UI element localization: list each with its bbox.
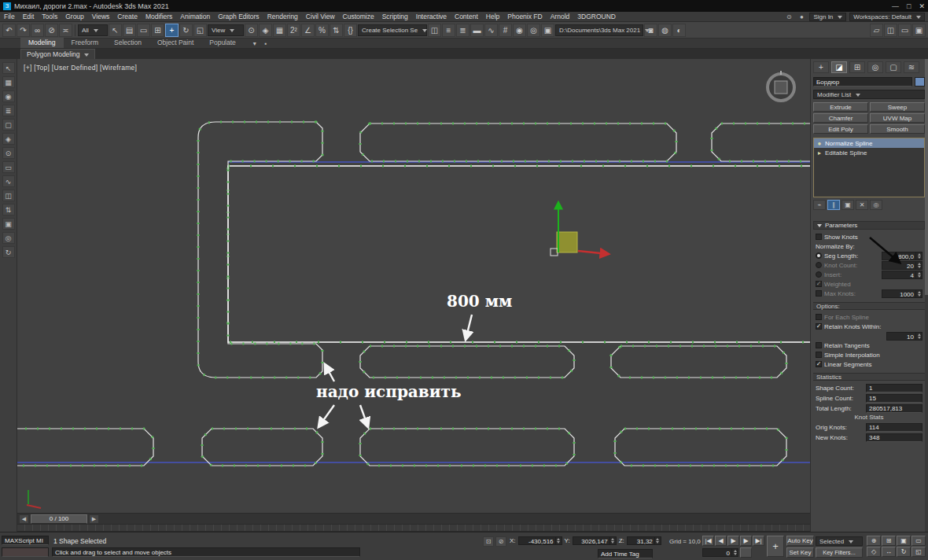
ribbon-toggle-icon[interactable]: ▬ [470, 24, 484, 37]
docked-tool-icon-13[interactable]: ◎ [2, 232, 15, 244]
named-selection-set-dropdown[interactable]: Create Selection Se [358, 24, 427, 36]
select-and-move-icon[interactable]: + [165, 24, 179, 37]
named-selection-sets-icon[interactable]: {} [344, 24, 357, 37]
display-tab-icon[interactable]: ▢ [886, 61, 901, 73]
select-and-scale-icon[interactable]: ◱ [193, 24, 207, 37]
orbit-icon[interactable]: ↻ [897, 547, 911, 557]
pin-stack-icon[interactable]: ⌁ [813, 200, 826, 210]
previous-frame-arrow-icon[interactable]: ◀ [19, 514, 29, 524]
rendered-frame-icon[interactable]: ▣ [541, 24, 554, 37]
modifier-list-dropdown[interactable]: Modifier List [813, 90, 925, 99]
render-setup-icon[interactable]: ◎ [527, 24, 540, 37]
modifier-set-button[interactable]: Smooth [870, 124, 925, 134]
ribbon-tab[interactable]: Populate [201, 38, 244, 48]
isolate-selection-icon[interactable]: ⊡ [483, 536, 494, 547]
x-coordinate-field[interactable]: -430,516 [518, 536, 562, 545]
zoom-icon[interactable]: ⊕ [867, 536, 881, 546]
zoom-all-icon[interactable]: ⊞ [882, 536, 896, 546]
retain-knots-checkbox[interactable] [816, 323, 822, 330]
sign-in-button[interactable]: Sign In [809, 13, 846, 21]
retain-knots-spinner[interactable]: 10 [886, 332, 922, 341]
ribbon-tab[interactable]: Selection [106, 38, 149, 48]
unlink-selection-icon[interactable]: ⊘ [45, 24, 58, 37]
percent-snap-icon[interactable]: % [315, 24, 329, 37]
insert-radio[interactable] [816, 271, 822, 278]
zoom-extents-icon[interactable]: ▣ [897, 536, 911, 546]
weighted-checkbox[interactable] [816, 281, 822, 287]
menu-item[interactable]: Interactive [412, 12, 451, 22]
parameters-rollout-header[interactable]: Parameters [813, 221, 925, 230]
go-to-end-icon[interactable]: ▶| [753, 536, 764, 546]
menu-item[interactable]: Phoenix FD [503, 12, 546, 22]
viewcube[interactable] [768, 71, 794, 101]
y-coordinate-field[interactable]: 3026,147 [573, 536, 617, 545]
maxscript-listener-line[interactable] [2, 547, 49, 557]
pan-icon[interactable]: ↔ [882, 547, 896, 557]
curve-editor-icon[interactable]: ∿ [484, 24, 498, 37]
minimize-button[interactable]: — [892, 2, 899, 10]
project-folder-dropdown[interactable]: D:\Documents\3ds Max 2021 [555, 24, 643, 36]
go-to-start-icon[interactable]: |◀ [702, 536, 714, 546]
ribbon-tab[interactable]: Modeling [20, 38, 64, 48]
menu-item[interactable]: Rendering [263, 12, 302, 22]
menu-item[interactable]: Civil View [302, 12, 339, 22]
track-bar[interactable] [17, 524, 810, 532]
spinner-snap-icon[interactable]: ⇅ [330, 24, 343, 37]
docked-tool-icon-8[interactable]: ▭ [2, 161, 15, 173]
select-and-link-icon[interactable]: ∞ [31, 24, 44, 37]
menu-item[interactable]: Tools [38, 12, 61, 22]
snaps-toggle-icon[interactable]: 2² [287, 24, 300, 37]
selection-filter-dropdown[interactable]: All [78, 24, 108, 36]
undo-icon[interactable]: ↶ [2, 24, 16, 37]
maximize-button[interactable]: □ [907, 2, 911, 10]
max-knots-checkbox[interactable] [816, 290, 822, 297]
menu-item[interactable]: Scripting [378, 12, 412, 22]
modifier-stack-item[interactable]: ● Normalize Spline [814, 138, 924, 148]
ribbon-tab[interactable]: Object Paint [149, 38, 201, 48]
select-object-icon[interactable]: ↖ [109, 24, 122, 37]
seg-length-radio[interactable] [816, 252, 822, 259]
docked-tool-icon-5[interactable]: ▢ [2, 119, 15, 131]
create-tab-icon[interactable]: + [813, 61, 829, 73]
activeshade-icon[interactable]: ◐ [672, 24, 686, 37]
ribbon-minimize-icon[interactable]: ▾ [250, 39, 260, 48]
knot-count-radio[interactable] [816, 262, 822, 268]
simple-interpolation-checkbox[interactable] [816, 352, 822, 358]
docked-tool-icon-6[interactable]: ◈ [2, 133, 15, 145]
menu-item[interactable]: Views [88, 12, 114, 22]
undock-toolbar-icon[interactable]: ▱ [870, 24, 883, 37]
menu-item[interactable]: Group [61, 12, 88, 22]
ribbon-tab[interactable]: Freeform [64, 38, 106, 48]
select-and-rotate-icon[interactable]: ↻ [179, 24, 193, 37]
auto-key-button[interactable]: Auto Key [786, 536, 814, 546]
panel-toggle-icon[interactable]: ▣ [912, 24, 926, 37]
z-coordinate-field[interactable]: 31,32 [627, 536, 661, 545]
fov-icon[interactable]: ◇ [867, 547, 881, 557]
use-pivot-center-icon[interactable]: ⊙ [245, 24, 258, 37]
docked-tool-icon-12[interactable]: ▣ [2, 218, 15, 230]
workspaces-dropdown[interactable]: Workspaces: Default [849, 13, 925, 21]
search-icon[interactable]: ⊙ [784, 13, 794, 21]
modifier-set-button[interactable]: Edit Poly [813, 124, 868, 134]
docked-tool-icon-1[interactable]: ↖ [2, 62, 15, 74]
selected-spline-rectangle[interactable] [228, 166, 810, 342]
utilities-tab-icon[interactable]: ≋ [904, 61, 919, 73]
schematic-view-icon[interactable]: # [499, 24, 512, 37]
render-iterative-icon[interactable]: ◍ [658, 24, 672, 37]
select-and-manipulate-icon[interactable]: ◈ [259, 24, 272, 37]
object-name-field[interactable]: Бордюр [813, 77, 912, 87]
docked-tool-icon-10[interactable]: ◫ [2, 190, 15, 201]
modifier-set-button[interactable]: Chamfer [813, 113, 868, 123]
align-icon[interactable]: ≡ [442, 24, 455, 37]
selection-lock-icon[interactable]: ⊘ [495, 536, 506, 547]
window-layout-icon[interactable]: ◫ [884, 24, 897, 37]
docked-tool-icon-14[interactable]: ↻ [2, 246, 15, 258]
modifier-set-button[interactable]: Sweep [870, 102, 925, 112]
keyboard-override-icon[interactable]: ▦ [273, 24, 286, 37]
set-key-button[interactable]: Set Key [786, 547, 814, 558]
modify-tab-icon[interactable]: ◪ [831, 61, 847, 73]
ribbon-config-icon[interactable]: ▪ [261, 39, 271, 48]
docked-tool-icon-3[interactable]: ◉ [2, 90, 15, 102]
close-button[interactable]: ✕ [919, 2, 925, 10]
remove-modifier-icon[interactable]: ✕ [856, 200, 868, 210]
